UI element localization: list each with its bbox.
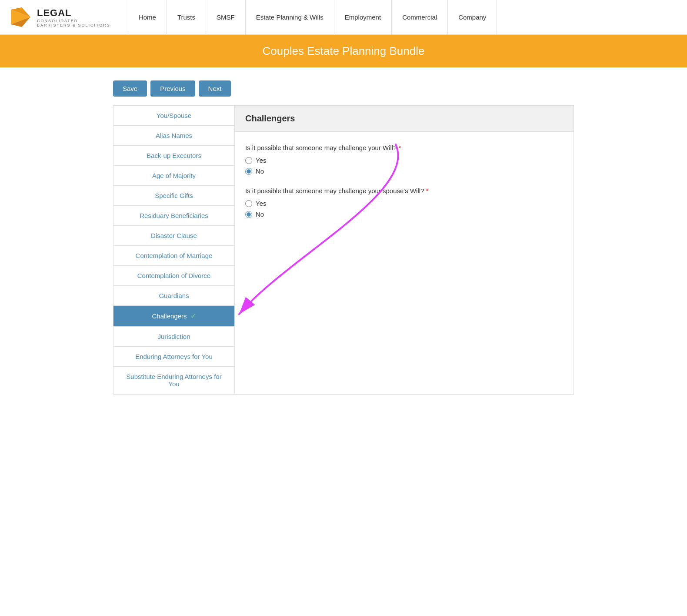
nav-company[interactable]: Company <box>448 0 497 35</box>
sidebar-item-challengers[interactable]: Challengers ✓ <box>113 306 234 327</box>
question2-no-radio[interactable] <box>245 211 252 218</box>
sidebar: You/Spouse Alias Names Back-up Executors… <box>113 105 235 395</box>
nav-home[interactable]: Home <box>128 0 167 35</box>
nav-estate[interactable]: Estate Planning & Wills <box>246 0 334 35</box>
nav-trusts[interactable]: Trusts <box>167 0 206 35</box>
sidebar-item-contemplation-of-divorce[interactable]: Contemplation of Divorce <box>113 266 234 286</box>
sidebar-item-backup-executors[interactable]: Back-up Executors <box>113 146 234 166</box>
sidebar-item-specific-gifts[interactable]: Specific Gifts <box>113 186 234 206</box>
question2-yes-radio[interactable] <box>245 200 252 207</box>
sidebar-item-disaster-clause[interactable]: Disaster Clause <box>113 226 234 246</box>
question2-label: Is it possible that someone may challeng… <box>245 187 563 194</box>
form-panel-header: Challengers <box>235 106 574 132</box>
question1-label: Is it possible that someone may challeng… <box>245 144 563 151</box>
main-nav: Home Trusts SMSF Estate Planning & Wills… <box>128 0 678 35</box>
sidebar-item-substitute-enduring-attorneys[interactable]: Substitute Enduring Attorneys for You <box>113 367 234 394</box>
sidebar-item-alias-names[interactable]: Alias Names <box>113 126 234 146</box>
sidebar-item-residuary-beneficiaries[interactable]: Residuary Beneficiaries <box>113 206 234 226</box>
toolbar: Save Previous Next <box>113 80 574 97</box>
main-container: Save Previous Next You/Spouse Alias Name… <box>104 67 583 408</box>
next-button[interactable]: Next <box>199 80 231 97</box>
sidebar-item-you-spouse[interactable]: You/Spouse <box>113 106 234 126</box>
page-banner: Couples Estate Planning Bundle <box>0 35 687 67</box>
nav-employment[interactable]: Employment <box>334 0 392 35</box>
content-area: You/Spouse Alias Names Back-up Executors… <box>113 105 574 395</box>
sidebar-item-contemplation-of-marriage[interactable]: Contemplation of Marriage <box>113 246 234 266</box>
question2-no-option[interactable]: No <box>245 211 563 218</box>
question2-block: Is it possible that someone may challeng… <box>245 187 563 218</box>
required-star-2: * <box>426 187 428 194</box>
site-header: LEGAL CONSOLIDATED BARRISTERS & SOLICITO… <box>0 0 687 35</box>
logo-icon <box>9 5 33 29</box>
checkmark-icon: ✓ <box>190 312 196 320</box>
previous-button[interactable]: Previous <box>150 80 195 97</box>
form-panel: Challengers Is it possible that someone … <box>235 105 574 395</box>
logo-title: LEGAL <box>37 7 110 19</box>
nav-commercial[interactable]: Commercial <box>392 0 448 35</box>
nav-smsf[interactable]: SMSF <box>206 0 246 35</box>
sidebar-item-jurisdiction[interactable]: Jurisdiction <box>113 327 234 347</box>
question1-yes-radio[interactable] <box>245 157 252 164</box>
sidebar-item-age-of-majority[interactable]: Age of Majority <box>113 166 234 186</box>
logo-text: LEGAL CONSOLIDATED BARRISTERS & SOLICITO… <box>37 7 110 27</box>
logo: LEGAL CONSOLIDATED BARRISTERS & SOLICITO… <box>9 5 110 29</box>
question1-yes-option[interactable]: Yes <box>245 157 563 164</box>
question1-block: Is it possible that someone may challeng… <box>245 144 563 175</box>
required-star-1: * <box>399 144 401 151</box>
form-body: Is it possible that someone may challeng… <box>235 132 574 242</box>
logo-subtitle-line2: BARRISTERS & SOLICITORS <box>37 23 110 27</box>
logo-subtitle-line1: CONSOLIDATED <box>37 19 110 23</box>
question1-no-option[interactable]: No <box>245 167 563 175</box>
question2-yes-option[interactable]: Yes <box>245 200 563 207</box>
banner-title: Couples Estate Planning Bundle <box>263 44 425 57</box>
form-panel-title: Challengers <box>245 114 295 123</box>
sidebar-item-enduring-attorneys[interactable]: Enduring Attorneys for You <box>113 347 234 367</box>
question1-no-radio[interactable] <box>245 168 252 175</box>
save-button[interactable]: Save <box>113 80 147 97</box>
sidebar-item-guardians[interactable]: Guardians <box>113 286 234 306</box>
